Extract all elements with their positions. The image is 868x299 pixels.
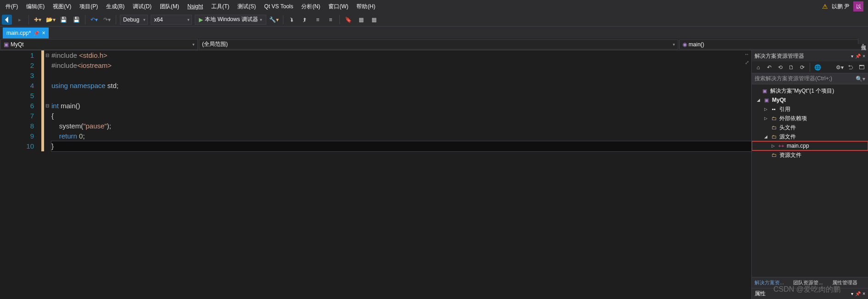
menu-nsight[interactable]: Nsight <box>184 1 207 11</box>
tb-icon-6[interactable]: ▦ <box>356 15 366 25</box>
folder-icon: 🗀 <box>770 115 778 122</box>
menu-project[interactable]: 项目(P) <box>76 1 101 12</box>
menu-help[interactable]: 帮助(H) <box>353 1 379 12</box>
folder-icon: 🗀 <box>770 151 778 159</box>
refresh-icon[interactable]: ⟳ <box>798 63 807 72</box>
search-icon: 🔍▾ <box>856 76 865 82</box>
globe-icon[interactable]: 🌐 <box>813 63 822 72</box>
tab-label: main.cpp* <box>6 30 31 36</box>
solution-icon: ▣ <box>761 87 768 94</box>
tree-headers[interactable]: 🗀头文件 <box>752 123 868 132</box>
panel-tab-strip: 解决方案资... 团队资源管... 属性管理器 <box>752 277 868 288</box>
folder-icon: 🗀 <box>770 133 778 140</box>
menu-tools[interactable]: 工具(T) <box>208 1 233 12</box>
user-name[interactable]: 以鹏 尹 <box>832 3 850 11</box>
panel-tab-properties[interactable]: 属性管理器 <box>829 277 868 288</box>
split-icon[interactable]: ↔ <box>743 51 750 59</box>
expand-icon[interactable]: ⤢ <box>743 60 750 67</box>
panel-toolbar: ⌂ ↶ ⟲ 🗋 ⟳ 🌐 ⚙▾ ⮌ 🗔 <box>752 61 868 73</box>
menu-bar: 件(F) 编辑(E) 视图(V) 项目(P) 生成(B) 调试(D) 团队(M)… <box>0 0 868 13</box>
solution-tree: ▣解决方案"MyQt"(1 个项目) ◢▣MyQt ▷▪▪引用 ▷🗀外部依赖项 … <box>752 84 868 277</box>
pin-icon[interactable]: 📌 <box>855 54 861 59</box>
dropdown-icon[interactable]: ▾ <box>851 54 853 59</box>
nav-back-button[interactable] <box>2 15 12 25</box>
close-icon[interactable]: × <box>862 54 865 59</box>
open-file-icon[interactable]: 📂▾ <box>45 15 56 25</box>
main-toolbar: ▸ ✚▾ 📂▾ 💾 💾 ↶▾ ↷▾ Debug x64 ▶本地 Windows … <box>0 13 868 27</box>
tb-icon-1[interactable]: 🔧▾ <box>269 15 279 25</box>
menu-test[interactable]: 测试(S) <box>234 1 259 12</box>
line-numbers: 12345678910 <box>0 50 41 299</box>
cpp-icon: ++ <box>778 142 785 150</box>
menu-qt[interactable]: Qt VS Tools <box>260 1 297 11</box>
function-icon: ◉ <box>682 41 687 48</box>
tree-solution[interactable]: ▣解决方案"MyQt"(1 个项目) <box>752 86 868 95</box>
fold-column[interactable]: ⊟⊟ <box>44 50 51 299</box>
menu-window[interactable]: 窗口(W) <box>325 1 352 12</box>
menu-edit[interactable]: 编辑(E) <box>23 1 48 12</box>
code-content[interactable]: #include <stdio.h> #include<iostream> us… <box>51 50 751 299</box>
code-editor[interactable]: 12345678910 ⊟⊟ #include <stdio.h> #inclu… <box>0 50 751 299</box>
menu-file[interactable]: 件(F) <box>2 1 22 12</box>
sync-icon[interactable]: ⟲ <box>776 63 785 72</box>
nav-function[interactable]: ◉ main() <box>679 39 868 50</box>
tb-icon-7[interactable]: ▦ <box>369 15 379 25</box>
tree-resources[interactable]: 🗀资源文件 <box>752 150 868 160</box>
bookmark-icon[interactable]: 🔖 <box>344 15 354 25</box>
nav-scope[interactable]: (全局范围) <box>199 39 678 50</box>
pin-icon[interactable]: 📌 <box>855 291 861 296</box>
start-debug-button[interactable]: ▶本地 Windows 调试器▾ <box>195 15 266 25</box>
tab-main-cpp[interactable]: main.cpp* 📌 × <box>3 28 49 39</box>
save-all-icon[interactable]: 💾 <box>71 15 81 25</box>
config-combo[interactable]: Debug <box>120 15 148 25</box>
tree-main-cpp[interactable]: ▷++main.cpp <box>752 141 868 150</box>
document-tabs: main.cpp* 📌 × <box>0 27 868 39</box>
menu-view[interactable]: 视图(V) <box>49 1 75 12</box>
code-navbar: ▣ MyQt ▾ (全局范围) ◉ main() <box>0 39 868 50</box>
close-icon[interactable]: × <box>862 291 865 296</box>
solution-explorer: 解决方案资源管理器 ▾ 📌 × ⌂ ↶ ⟲ 🗋 ⟳ 🌐 ⚙▾ ⮌ 🗔 搜索解决方… <box>751 50 868 299</box>
menu-analyze[interactable]: 分析(N) <box>298 1 324 12</box>
user-avatar[interactable]: 以 <box>853 1 863 11</box>
project-icon: ▣ <box>763 96 770 104</box>
vertical-tab-properties[interactable]: 属性 <box>858 39 868 44</box>
save-icon[interactable]: 💾 <box>58 15 68 25</box>
collapse-icon[interactable]: ⮌ <box>846 63 855 72</box>
dropdown-icon[interactable]: ▾ <box>851 291 853 296</box>
project-icon: ▣ <box>4 41 9 48</box>
close-icon[interactable]: × <box>42 30 45 36</box>
tree-external[interactable]: ▷🗀外部依赖项 <box>752 114 868 123</box>
refs-icon: ▪▪ <box>770 105 778 113</box>
tb-icon-2[interactable]: ⮯ <box>287 15 297 25</box>
tb-icon-3[interactable]: ⮭ <box>300 15 310 25</box>
home-icon[interactable]: ⌂ <box>754 63 763 72</box>
redo-icon[interactable]: ↷▾ <box>102 15 112 25</box>
undo-icon[interactable]: ↶▾ <box>89 15 99 25</box>
nav-forward-button[interactable]: ▸ <box>15 15 25 25</box>
tree-refs[interactable]: ▷▪▪引用 <box>752 105 868 114</box>
properties-icon[interactable]: 🗔 <box>857 63 866 72</box>
tb-icon-4[interactable]: ≡ <box>313 15 323 25</box>
folder-icon: 🗀 <box>770 124 778 131</box>
warning-icon[interactable]: ⚠ <box>822 3 828 10</box>
panel-title: 解决方案资源管理器 ▾ 📌 × <box>752 50 868 61</box>
tb-icon-5[interactable]: ≡ <box>326 15 336 25</box>
menu-build[interactable]: 生成(B) <box>102 1 128 12</box>
show-all-icon[interactable]: 🗋 <box>787 63 796 72</box>
menu-debug[interactable]: 调试(D) <box>129 1 155 12</box>
menu-team[interactable]: 团队(M) <box>156 1 183 12</box>
nav-project[interactable]: ▣ MyQt ▾ <box>0 39 198 50</box>
tree-project[interactable]: ◢▣MyQt <box>752 95 868 105</box>
panel-tab-solution[interactable]: 解决方案资... <box>752 277 790 288</box>
back-icon[interactable]: ↶ <box>765 63 774 72</box>
search-box[interactable]: 搜索解决方案资源管理器(Ctrl+;) 🔍▾ <box>752 73 868 84</box>
properties-panel-header: 属性 ▾ 📌 × <box>752 288 868 299</box>
filter-icon[interactable]: ⚙▾ <box>835 63 844 72</box>
tree-sources[interactable]: ◢🗀源文件 <box>752 132 868 141</box>
new-file-icon[interactable]: ✚▾ <box>33 15 43 25</box>
pin-icon[interactable]: 📌 <box>34 31 39 36</box>
panel-tab-team[interactable]: 团队资源管... <box>790 277 829 288</box>
platform-combo[interactable]: x64 <box>151 15 192 25</box>
